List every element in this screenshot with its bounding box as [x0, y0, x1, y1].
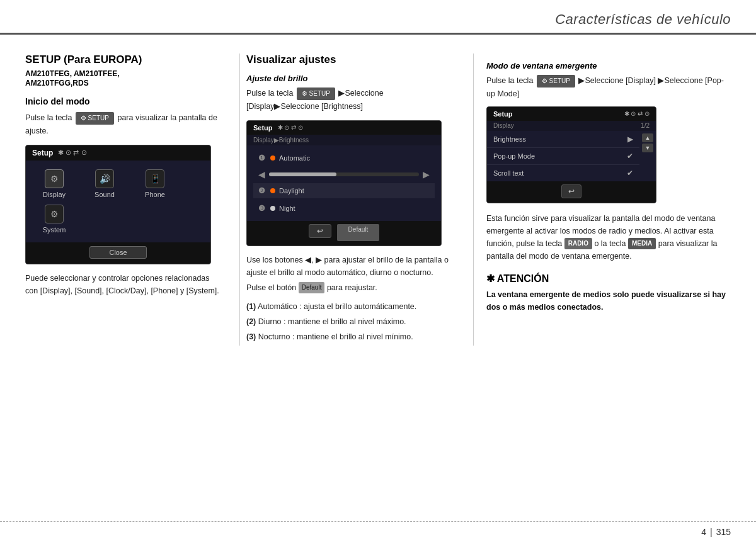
setup-screen-header: Setup ✱ ⊙ ⇄ ⊙	[26, 145, 210, 161]
page-footer: 4 | 315	[0, 521, 756, 542]
subsection-inicio: Inicio del modo	[25, 96, 220, 106]
phone-icon: 📱	[146, 169, 164, 188]
setup-screen-footer: Close	[26, 242, 210, 264]
setup-screen-body: ⚙ Display 🔊 Sound 📱 Phone ⚙ System	[26, 161, 210, 242]
brightness-options: ❶ Automatic ◀ ▶ ❷ Daylight	[247, 145, 441, 221]
display-icon: ⚙	[45, 169, 64, 188]
popup-screen-inner: Brightness ▶ Pop-up Mode ✔ Scroll text ✔…	[487, 131, 656, 181]
page-num: 315	[716, 527, 731, 537]
brightness-option-daylight: ❷ Daylight	[253, 183, 435, 198]
slider-left-arrow[interactable]: ◀	[258, 169, 265, 179]
brightness-item-3: (3) Nocturno : mantiene el brillo al niv…	[246, 330, 454, 343]
radio-key: RADIO	[564, 238, 592, 249]
page-header: Características de vehículo	[0, 0, 756, 35]
mid-right-divider	[473, 54, 474, 346]
setup-menu-phone: 📱 Phone	[133, 169, 177, 198]
popup-row-scroll-text: Scroll text ✔	[487, 165, 639, 181]
brightness-breadcrumb: Display▶Brightness	[247, 135, 441, 145]
chapter-number: 4	[701, 527, 706, 537]
inicio-text: Pulse la tecla ⚙ SETUP para visualizar l…	[25, 111, 220, 137]
page-number: 4 | 315	[701, 527, 731, 537]
popup-header: Setup ✱ ⊙ ⇄ ⊙	[487, 107, 656, 121]
popup-row-popup-mode: Pop-up Mode ✔	[487, 148, 639, 165]
setup-key-icon-right: ⚙ SETUP	[537, 75, 575, 88]
brightness-items: (1) Automático : ajusta el brillo automá…	[246, 300, 454, 343]
slider-fill	[269, 172, 336, 176]
brightness-screen-title: Setup	[253, 124, 273, 132]
main-content: SETUP (Para EUROPA) AM210TFEG, AM210TFEE…	[0, 35, 756, 358]
scroll-down-btn[interactable]: ▼	[642, 144, 653, 152]
page-divider: |	[710, 527, 713, 537]
attention-title: ✱ ATENCIÓN	[486, 273, 731, 285]
default-inline-btn: Default	[299, 282, 325, 293]
brightness-item-1: (1) Automático : ajusta el brillo automá…	[246, 300, 454, 313]
page-title: Características de vehículo	[555, 11, 731, 28]
slider-right-arrow[interactable]: ▶	[423, 169, 430, 179]
brightness-header-icons: ✱ ⊙ ⇄ ⊙	[278, 124, 303, 131]
section-title-visualizar: Visualizar ajustes	[246, 54, 454, 66]
popup-header-icons: ✱ ⊙ ⇄ ⊙	[624, 110, 650, 117]
popup-screen-mockup: Setup ✱ ⊙ ⇄ ⊙ Display 1/2 Brightness ▶ P…	[486, 106, 656, 203]
setup-menu-sound: 🔊 Sound	[83, 169, 127, 198]
popup-mode-check: ✔	[627, 152, 633, 161]
setup-screen-mockup: Setup ✱ ⊙ ⇄ ⊙ ⚙ Display 🔊 Sound 📱 Phone …	[25, 145, 211, 264]
popup-screen-title: Setup	[493, 110, 513, 118]
brightness-header: Setup ✱ ⊙ ⇄ ⊙	[247, 121, 441, 135]
ajuste-brillo-heading: Ajuste del brillo	[246, 74, 454, 83]
section-title-setup: SETUP (Para EUROPA)	[25, 54, 220, 66]
setup-key-icon: ⚙ SETUP	[76, 112, 114, 125]
right-column: Modo de ventana emergente Pulse la tecla…	[480, 54, 731, 346]
popup-heading: Modo de ventana emergente	[486, 61, 731, 71]
puede-text: Puede seleccionar y controlar opciones r…	[25, 272, 220, 297]
close-button[interactable]: Close	[89, 246, 146, 259]
use-text: Use los botones ◀, ▶ para ajustar el bri…	[246, 254, 454, 279]
pulse-default-text: Pulse el botón Default para reajustar.	[246, 281, 454, 294]
setup-menu-system: ⚙ System	[32, 205, 76, 234]
brightness-default-btn[interactable]: Default	[337, 224, 380, 241]
brightness-option-automatic: ❶ Automatic	[253, 150, 435, 166]
dot-night	[270, 206, 275, 211]
section-subtitle-models: AM210TFEG, AM210TFEE, AM210TFGG,RDS	[25, 69, 220, 88]
sound-icon: 🔊	[95, 169, 114, 188]
setup-key-icon-mid: ⚙ SETUP	[297, 88, 335, 100]
brightness-footer: ↩ Default	[247, 221, 441, 246]
brightness-option-night: ❸ Night	[253, 201, 435, 216]
brightness-back-btn[interactable]: ↩	[309, 224, 331, 238]
popup-sub-header: Display 1/2	[487, 121, 656, 131]
popup-brightness-arrow: ▶	[627, 135, 633, 144]
setup-screen-icons: ✱ ⊙ ⇄ ⊙	[58, 149, 86, 157]
scroll-up-btn[interactable]: ▲	[642, 133, 653, 142]
popup-menu-list: Brightness ▶ Pop-up Mode ✔ Scroll text ✔	[487, 131, 639, 181]
setup-screen-title: Setup	[32, 149, 53, 157]
brightness-slider-row: ◀ ▶	[253, 168, 435, 181]
pulse-brightness-text: Pulse la tecla ⚙ SETUP ▶Seleccione [Disp…	[246, 87, 454, 113]
left-mid-divider	[239, 54, 240, 346]
middle-column: Visualizar ajustes Ajuste del brillo Pul…	[246, 54, 467, 346]
dot-daylight	[270, 188, 275, 193]
left-column: SETUP (Para EUROPA) AM210TFEG, AM210TFEE…	[25, 54, 233, 346]
popup-back-btn[interactable]: ↩	[561, 184, 581, 198]
popup-row-brightness: Brightness ▶	[487, 131, 639, 148]
brightness-slider-track[interactable]	[269, 172, 419, 176]
popup-footer: ↩	[487, 181, 656, 203]
scroll-text-check: ✔	[627, 169, 633, 178]
brightness-item-2: (2) Diurno : mantiene el brillo al nivel…	[246, 315, 454, 328]
dot-automatic	[270, 155, 275, 161]
popup-scroll-controls: ▲ ▼	[639, 131, 656, 181]
setup-menu-display: ⚙ Display	[32, 169, 76, 198]
attention-section: ✱ ATENCIÓN La ventana emergente de medio…	[486, 273, 731, 313]
system-icon: ⚙	[45, 205, 64, 223]
attention-text: La ventana emergente de medios solo pued…	[486, 288, 731, 313]
brightness-screen-mockup: Setup ✱ ⊙ ⇄ ⊙ Display▶Brightness ❶ Autom…	[246, 120, 442, 246]
media-key: MEDIA	[628, 238, 656, 249]
esta-funcion-text: Esta función sirve para visualizar la pa…	[486, 212, 731, 263]
popup-pulse-text: Pulse la tecla ⚙ SETUP ▶Seleccione [Disp…	[486, 74, 731, 100]
